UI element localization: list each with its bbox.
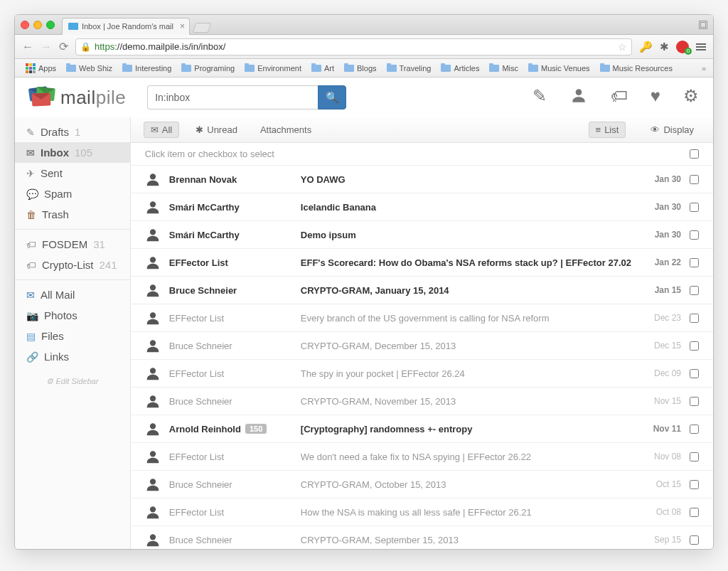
message-date: Jan 15 <box>638 285 681 295</box>
message-row[interactable]: EFFector ListWe don't need a fake fix to… <box>131 443 713 471</box>
bookmark-folder[interactable]: Interesting <box>119 63 175 74</box>
sidebar-item-label: Sent <box>41 167 63 179</box>
sidebar-item-sent[interactable]: ✈Sent <box>15 163 130 183</box>
view-list-button[interactable]: ≡ List <box>589 122 626 138</box>
message-checkbox[interactable] <box>690 230 699 240</box>
message-row[interactable]: Arnold Reinhold150[Cryptography] randomn… <box>131 415 713 443</box>
message-checkbox[interactable] <box>690 258 699 267</box>
sidebar-item-files[interactable]: ▤Files <box>15 326 130 346</box>
view-display-button[interactable]: 👁 Display <box>644 122 700 138</box>
message-checkbox[interactable] <box>690 175 699 184</box>
close-window-icon[interactable] <box>21 21 29 29</box>
message-row[interactable]: Bruce SchneierCRYPTO-GRAM, September 15,… <box>131 526 713 549</box>
message-checkbox[interactable] <box>690 314 699 323</box>
bookmark-folder[interactable]: Music Venues <box>525 63 593 74</box>
tags-button[interactable]: 🏷 <box>611 86 628 109</box>
browser-menu-button[interactable] <box>696 43 706 50</box>
message-checkbox[interactable] <box>690 341 699 351</box>
filter-attachments-button[interactable]: Attachments <box>254 122 318 137</box>
message-row[interactable]: EFFector ListThe spy in your pocket | EF… <box>131 360 713 388</box>
bookmark-folder[interactable]: Misc <box>486 63 522 74</box>
selection-hint: Click item or checkbox to select <box>131 143 713 166</box>
apps-grid-icon <box>26 63 36 73</box>
extension-key-icon[interactable]: 🔑 <box>639 41 653 53</box>
sidebar-item-drafts[interactable]: ✎Drafts 1 <box>15 122 130 142</box>
message-row[interactable]: Bruce SchneierCRYPTO-GRAM, November 15, … <box>131 388 713 415</box>
contacts-button[interactable] <box>569 86 588 109</box>
bookmark-folder[interactable]: Web Shiz <box>63 63 116 74</box>
person-icon <box>145 421 161 437</box>
message-row[interactable]: Bruce SchneierCRYPTO-GRAM, December 15, … <box>131 332 713 360</box>
message-date: Oct 15 <box>638 479 681 489</box>
extension-adblock-icon[interactable] <box>676 41 689 53</box>
sidebar: ✎Drafts 1✉Inbox 105✈Sent💬Spam🗑Trash 🏷FOS… <box>15 117 131 549</box>
message-checkbox[interactable] <box>690 480 699 489</box>
person-icon <box>145 338 161 353</box>
message-date: Dec 09 <box>638 368 681 378</box>
bookmark-folder[interactable]: Traveling <box>383 63 435 74</box>
sidebar-item-inbox[interactable]: ✉Inbox 105 <box>15 142 130 163</box>
message-checkbox[interactable] <box>690 203 699 212</box>
bookmark-folder[interactable]: Programing <box>178 63 238 74</box>
bookmarks-overflow-icon[interactable]: » <box>702 64 706 73</box>
minimize-window-icon[interactable] <box>33 21 42 29</box>
message-sender: Bruce Schneier <box>169 285 301 296</box>
message-checkbox[interactable] <box>690 425 699 434</box>
new-tab-button[interactable] <box>193 23 212 33</box>
tab-close-icon[interactable]: × <box>180 21 185 31</box>
bookmark-star-icon[interactable]: ☆ <box>618 41 627 53</box>
message-row[interactable]: Brennan NovakYO DAWGJan 30 <box>131 166 713 193</box>
app-logo[interactable]: mailpile <box>29 87 126 109</box>
message-row[interactable]: Bruce SchneierCRYPTO-GRAM, January 15, 2… <box>131 277 713 304</box>
message-checkbox[interactable] <box>690 286 699 295</box>
settings-button[interactable]: ⚙ <box>683 86 699 109</box>
sidebar-item-all-mail[interactable]: ✉All Mail <box>15 284 130 305</box>
reload-button[interactable]: ⟳ <box>59 40 68 53</box>
bookmark-folder[interactable]: Blogs <box>341 63 380 74</box>
sidebar-item-count: 241 <box>100 259 117 271</box>
message-row[interactable]: Smári McCarthyIcelandic BananaJan 30 <box>131 193 713 221</box>
search-input[interactable] <box>147 85 318 110</box>
message-checkbox[interactable] <box>690 452 699 461</box>
sidebar-item-trash[interactable]: 🗑Trash <box>15 204 130 225</box>
message-checkbox[interactable] <box>690 397 699 406</box>
zoom-window-icon[interactable] <box>46 21 55 29</box>
message-row[interactable]: EFFector ListEvery branch of the US gove… <box>131 304 713 332</box>
bookmark-folder[interactable]: Art <box>308 63 338 74</box>
sidebar-item-photos[interactable]: 📷Photos <box>15 305 130 326</box>
search-button[interactable]: 🔍 <box>318 85 346 110</box>
filter-unread-button[interactable]: ✱ Unread <box>189 122 244 137</box>
extension-evernote-icon[interactable]: ✱ <box>660 41 669 53</box>
bookmark-apps[interactable]: Apps <box>22 62 60 75</box>
folder-icon <box>181 65 191 72</box>
folder-icon <box>489 65 499 72</box>
address-bar[interactable]: 🔒 https://demo.mailpile.is/in/inbox/ ☆ <box>75 38 632 55</box>
bookmark-folder[interactable]: Environment <box>241 63 305 74</box>
sidebar-item-fosdem[interactable]: 🏷FOSDEM 31 <box>15 234 130 255</box>
message-row[interactable]: EFFector ListHow the NSA is making us al… <box>131 498 713 526</box>
message-checkbox[interactable] <box>690 369 699 378</box>
message-row[interactable]: EFFector ListEFF's Scorecard: How do Oba… <box>131 249 713 277</box>
message-row[interactable]: Smári McCarthyDemo ipsumJan 30 <box>131 221 713 249</box>
back-button[interactable]: ← <box>22 41 33 53</box>
expand-window-icon[interactable] <box>699 21 707 29</box>
sidebar-item-links[interactable]: 🔗Links <box>15 346 130 367</box>
message-checkbox[interactable] <box>690 535 699 545</box>
spam-icon: 💬 <box>26 188 38 200</box>
select-all-checkbox[interactable] <box>690 149 699 159</box>
compose-button[interactable]: ✎ <box>532 86 547 109</box>
filter-all-button[interactable]: ✉ All <box>144 122 179 138</box>
edit-sidebar-link[interactable]: ⚙ Edit Sidebar <box>15 371 130 392</box>
bookmark-folder[interactable]: Articles <box>437 63 483 74</box>
sidebar-item-crypto-list[interactable]: 🏷Crypto-List 241 <box>15 255 130 275</box>
message-checkbox[interactable] <box>690 508 699 517</box>
bookmark-folder[interactable]: Music Resources <box>596 63 676 74</box>
mailpile-app: mailpile 🔍 ✎ 🏷 ♥ ⚙ ✎Drafts 1✉Inbox 105✈ <box>15 78 713 549</box>
message-list[interactable]: Brennan NovakYO DAWGJan 30Smári McCarthy… <box>131 166 713 549</box>
message-row[interactable]: Bruce SchneierCRYPTO-GRAM, October 15, 2… <box>131 471 713 498</box>
favorites-button[interactable]: ♥ <box>651 86 660 109</box>
app-header: mailpile 🔍 ✎ 🏷 ♥ ⚙ <box>15 78 713 117</box>
sidebar-item-spam[interactable]: 💬Spam <box>15 183 130 204</box>
sidebar-item-label: Spam <box>44 188 72 200</box>
browser-tab[interactable]: Inbox | Joe Random's mail × <box>62 18 190 35</box>
